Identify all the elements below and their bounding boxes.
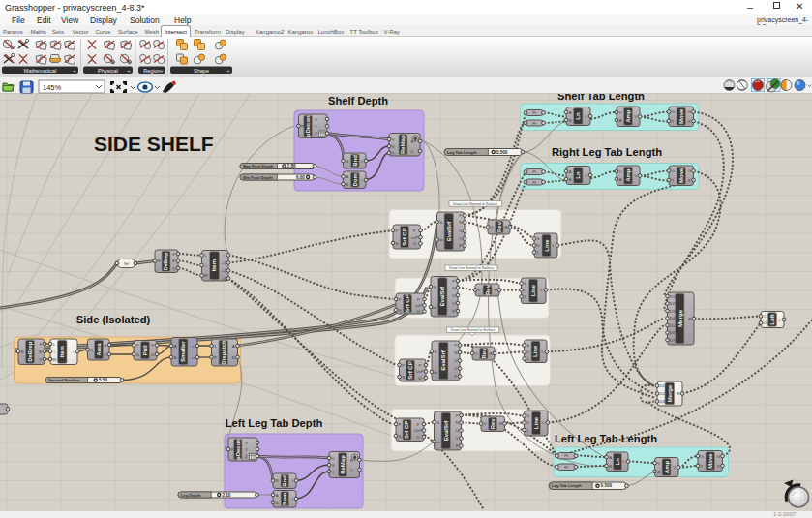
svg-text:i: i [205,263,206,268]
svg-text:+2: +2 [221,268,226,273]
svg-text:Leg Tab Length: Leg Tab Length [552,483,582,488]
svg-text:U: U [452,293,455,298]
svg-text:X: X [688,178,691,183]
svg-text:Line: Line [533,345,539,357]
svg-text:D1: D1 [659,383,665,388]
svg-text:X: X [315,117,317,122]
svg-text:I: I [361,178,362,183]
svg-text:D: D [151,352,154,357]
svg-text:Amp: Amp [664,461,670,474]
svg-text:V: V [452,301,455,306]
svg-text:S: S [526,413,529,418]
svg-text:EvalSrf: EvalSrf [446,221,452,242]
svg-text:T: T [672,178,675,183]
svg-text:A: A [657,470,660,474]
svg-text:Loft: Loft [769,314,775,324]
svg-text:Leg Tab Length: Leg Tab Length [447,150,477,155]
svg-text:Right Leg Tab Length: Right Leg Tab Length [552,146,662,158]
svg-text:E: E [39,350,42,354]
svg-text:E: E [172,259,175,263]
svg-text:B: B [346,182,348,187]
svg-text:P: P [452,279,455,284]
svg-text:Srf CP: Srf CP [407,361,413,379]
svg-text:Merge: Merge [677,309,683,327]
svg-text:B: B [569,177,572,182]
svg-text:Merge: Merge [667,384,673,402]
svg-text:Draw Line Normal to Surface: Draw Line Normal to Surface [450,328,495,332]
svg-text:Item: Item [59,346,65,357]
svg-text:A: A [104,343,106,348]
svg-text:N: N [276,478,279,483]
svg-text:X: X [245,441,248,445]
svg-text:D1: D1 [670,294,676,299]
svg-text:P: P [417,422,420,427]
svg-text:S: S [434,285,436,289]
svg-text:EvalSrf: EvalSrf [443,420,449,442]
svg-text:0.500: 0.500 [601,483,613,488]
svg-text:G: G [135,352,139,357]
svg-text:D: D [416,435,419,440]
svg-text:SIDE SHELF: SIDE SHELF [94,133,214,155]
svg-text:i: i [224,253,225,258]
svg-text:Dispatch: Dispatch [221,340,226,365]
svg-text:A: A [346,174,348,179]
svg-text:V: V [456,436,459,441]
svg-text:F: F [172,252,175,257]
svg-text:P: P [459,213,462,218]
svg-text:I: I [291,478,292,483]
svg-text:S: S [332,463,335,468]
svg-text:P: P [399,422,402,427]
svg-text:T: T [392,151,395,156]
svg-text:D: D [524,288,526,292]
svg-text:N: N [456,420,459,425]
svg-text:Ln: Ln [615,458,620,466]
svg-text:G: G [700,454,704,459]
svg-text:P: P [136,343,139,348]
svg-text:Srf: Srf [124,261,130,266]
svg-text:Srf CP: Srf CP [405,421,410,439]
svg-text:Amp: Amp [625,168,631,182]
svg-text:Bnd: Bnd [352,155,358,167]
svg-text:G: G [90,348,94,352]
svg-text:Item: Item [212,259,218,271]
svg-text:D: D [537,243,540,248]
svg-text:Move: Move [707,453,713,469]
svg-text:<: < [193,344,195,349]
svg-text:Ln: Ln [575,171,581,179]
svg-text:P: P [402,363,405,368]
svg-text:Leg Depth: Leg Depth [181,493,201,498]
svg-text:S: S [399,434,402,439]
svg-text:S: S [399,308,402,313]
svg-text:D4: D4 [670,316,676,320]
svg-text:A: A [174,344,177,349]
svg-text:ReMap: ReMap [401,135,406,154]
svg-text:C: C [764,314,767,319]
svg-text:V: V [172,266,175,271]
svg-text:A: A [232,344,235,349]
svg-text:Pull: Pull [142,345,148,355]
svg-text:V: V [491,225,494,229]
svg-text:B: B [569,118,572,123]
svg-text:pDecon: pDecon [305,115,311,137]
svg-text:F: F [39,342,42,347]
svg-text:i: i [54,350,55,354]
svg-text:Rev: Rev [481,348,487,359]
svg-text:6.00: 6.00 [296,175,305,180]
svg-text:Ln: Ln [575,112,581,120]
svg-text:S: S [402,375,405,380]
svg-text:V: V [634,173,637,178]
svg-text:S: S [435,350,437,354]
svg-text:V: V [392,137,395,142]
svg-text:Draw Line Normal to Surface: Draw Line Normal to Surface [449,266,494,270]
svg-text:Line: Line [533,416,539,429]
svg-text:I: I [291,497,292,502]
svg-text:<=: <= [191,355,196,360]
svg-text:S: S [439,220,442,225]
svg-text:R: R [494,288,496,292]
svg-text:UvP: UvP [416,369,424,374]
svg-text:C: C [410,149,413,154]
svg-text:Left Leg Tab Length: Left Leg Tab Length [555,433,657,444]
svg-text:Rev: Rev [490,418,496,430]
svg-text:B: B [174,355,177,360]
svg-text:Area: Area [96,343,102,356]
